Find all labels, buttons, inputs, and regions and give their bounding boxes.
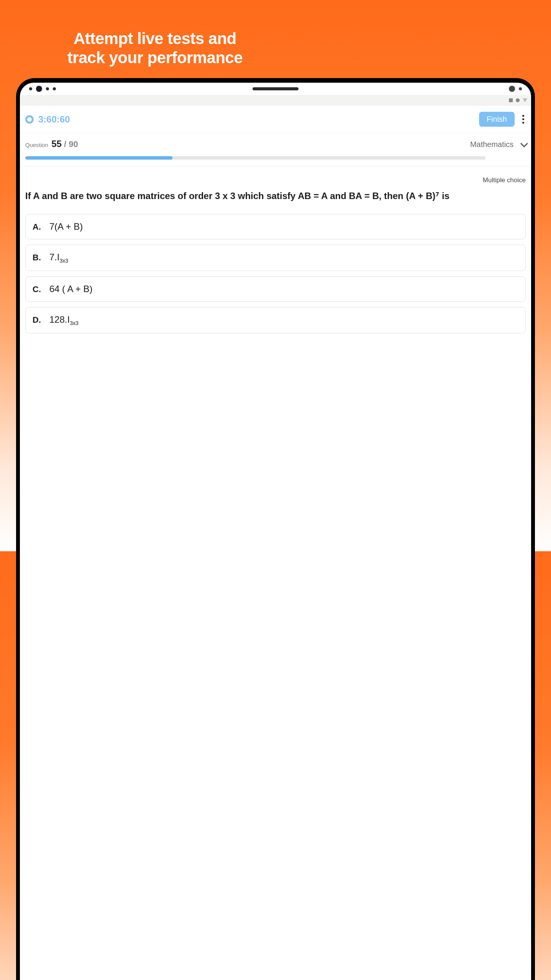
test-header: 3:60:60 Finish (20, 106, 310, 133)
option-c[interactable]: C.64 ( A + B) (25, 276, 310, 302)
option-d[interactable]: D.128.I3x3 (25, 307, 310, 333)
option-letter: C. (33, 284, 42, 294)
option-text: 7(A + B) (49, 221, 83, 232)
progress-fill (25, 156, 173, 160)
timer-icon (25, 115, 34, 124)
question-label: Question (25, 142, 48, 148)
option-a[interactable]: A.7(A + B) (25, 214, 310, 239)
option-text: 64 ( A + B) (49, 284, 93, 294)
question-separator: / (62, 139, 68, 149)
question-counter: Question 55 / 90 (25, 139, 78, 149)
option-text: 7.I3x3 (49, 252, 68, 264)
option-text: 128.I3x3 (49, 314, 78, 326)
phone-frame: 3:60:60 Finish Question 55 / 90 Mathemat… (16, 78, 310, 551)
progress-bar (25, 156, 310, 160)
option-b[interactable]: B.7.I3x3 (25, 245, 310, 271)
headline-line2: track your performance (67, 49, 243, 67)
question-current: 55 (52, 139, 62, 149)
question-total: 90 (69, 139, 78, 149)
option-letter: D. (33, 315, 42, 325)
phone-screen: 3:60:60 Finish Question 55 / 90 Mathemat… (20, 83, 310, 551)
android-status-bar (20, 95, 310, 106)
option-letter: A. (33, 222, 42, 232)
progress-section: Question 55 / 90 Mathematics (20, 133, 310, 166)
question-panel: Multiple choice If A and B are two squar… (20, 170, 310, 346)
timer-value: 3:60:60 (38, 114, 310, 125)
headline-line1: Attempt live tests and (73, 29, 236, 47)
question-type-label: Multiple choice (25, 176, 310, 184)
marketing-headline: Attempt live tests and track your perfor… (0, 0, 310, 68)
question-text: If A and B are two square matrices of or… (25, 189, 310, 203)
option-letter: B. (33, 253, 42, 263)
phone-notch (20, 83, 310, 95)
